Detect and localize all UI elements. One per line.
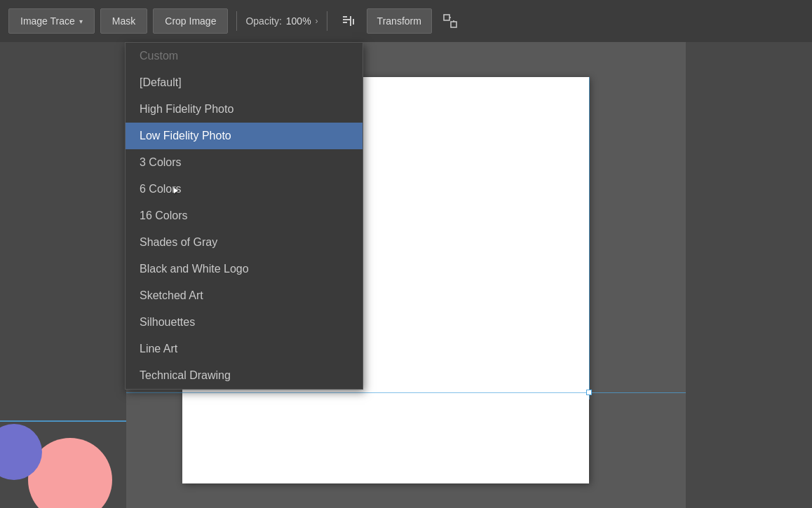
dropdown-item-low-fidelity-photo[interactable]: Low Fidelity Photo [126, 123, 363, 149]
opacity-arrow[interactable]: › [316, 16, 318, 26]
dropdown-item-black-and-white-logo[interactable]: Black and White Logo [126, 256, 363, 282]
art-line-horizontal [0, 420, 126, 422]
crop-image-label: Crop Image [165, 15, 216, 27]
toolbar: Image Trace ▾ Mask Crop Image Opacity: 1… [0, 0, 812, 42]
toolbar-separator-2 [327, 11, 327, 31]
transform-button[interactable]: Transform [367, 8, 432, 34]
selection-handle[interactable] [586, 390, 592, 395]
selection-line-vertical [589, 77, 590, 399]
mask-button[interactable]: Mask [100, 8, 147, 34]
dropdown-item-3-colors[interactable]: 3 Colors [126, 149, 363, 176]
svg-rect-6 [451, 22, 456, 27]
dropdown-item-16-colors[interactable]: 16 Colors [126, 202, 363, 229]
svg-rect-3 [350, 16, 351, 26]
dropdown-item-technical-drawing[interactable]: Technical Drawing [126, 362, 363, 389]
dropdown-item-line-art[interactable]: Line Art [126, 336, 363, 362]
artwork-preview [0, 333, 126, 508]
toolbar-separator-1 [236, 11, 237, 31]
opacity-label: Opacity: [245, 15, 281, 27]
svg-rect-2 [343, 22, 347, 23]
opacity-section: Opacity: 100% › [245, 15, 318, 27]
crop-image-button[interactable]: Crop Image [153, 8, 228, 34]
image-trace-dropdown-arrow: ▾ [79, 18, 83, 25]
left-panel [0, 42, 126, 508]
dropdown-item-6-colors[interactable]: 6 Colors [126, 176, 363, 202]
image-trace-dropdown: Custom[Default]High Fidelity PhotoLow Fi… [125, 42, 363, 390]
image-trace-label: Image Trace [20, 15, 75, 27]
align-distribute-button[interactable] [336, 8, 361, 34]
right-panel [686, 42, 812, 508]
svg-rect-1 [343, 19, 350, 20]
selection-line-horizontal [126, 392, 686, 393]
image-trace-button[interactable]: Image Trace ▾ [8, 8, 95, 34]
svg-rect-5 [444, 15, 449, 20]
svg-rect-0 [343, 16, 347, 18]
dropdown-item-default[interactable]: [Default] [126, 69, 363, 96]
dropdown-item-custom: Custom [126, 43, 363, 69]
svg-rect-4 [353, 19, 354, 25]
dropdown-item-shades-of-gray[interactable]: Shades of Gray [126, 229, 363, 256]
dropdown-item-sketched-art[interactable]: Sketched Art [126, 282, 363, 309]
transform-icon-button[interactable] [438, 8, 463, 34]
opacity-value[interactable]: 100% [286, 15, 311, 27]
main-content [0, 42, 812, 508]
dropdown-item-high-fidelity-photo[interactable]: High Fidelity Photo [126, 96, 363, 123]
dropdown-item-silhouettes[interactable]: Silhouettes [126, 309, 363, 336]
mask-label: Mask [112, 15, 135, 27]
transform-label: Transform [377, 15, 421, 27]
